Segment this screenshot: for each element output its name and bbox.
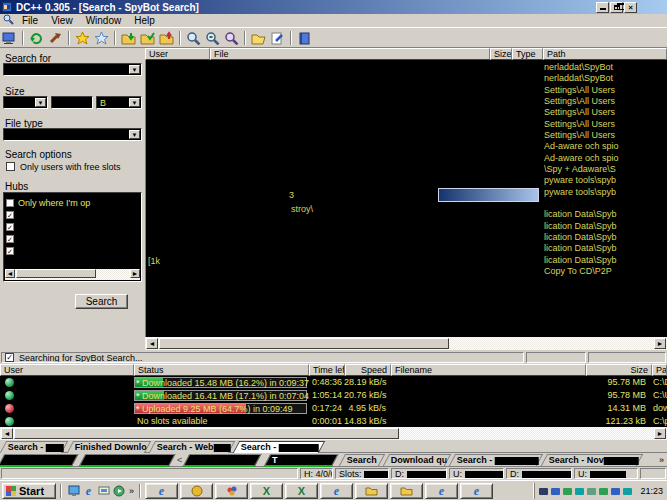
- tab-search-spybot-active[interactable]: Search -: [233, 441, 325, 453]
- results-col-user[interactable]: User: [145, 48, 210, 60]
- transfers-col-user[interactable]: User: [0, 364, 134, 376]
- scroll-left-icon[interactable]: ◄: [146, 338, 158, 349]
- tray-icon-2[interactable]: [551, 488, 560, 495]
- tab-search-nov-redacted[interactable]: Search - Nov: [541, 454, 643, 466]
- transfers-list[interactable]: * Downloaded 15.48 MB (16.2%) in 0:09:37…: [0, 376, 667, 427]
- menu-file[interactable]: File: [16, 14, 45, 27]
- notepad-icon[interactable]: [295, 29, 314, 47]
- tab-hub-redacted[interactable]: T: [264, 454, 339, 467]
- adl-search-icon[interactable]: [203, 29, 222, 47]
- taskbar-button-folder-1[interactable]: [355, 483, 388, 499]
- result-path[interactable]: Copy To CD\P2P: [544, 266, 667, 276]
- taskbar-button-ie-3[interactable]: e: [425, 483, 458, 499]
- result-path[interactable]: lication Data\Spyb: [544, 255, 667, 265]
- hubs-horizontal-scrollbar[interactable]: ◄ ►: [5, 269, 140, 280]
- selected-row-highlight[interactable]: [438, 188, 539, 202]
- scroll-right-icon[interactable]: ►: [654, 428, 666, 439]
- taskbar-button-ie-2[interactable]: e: [320, 483, 353, 499]
- taskbar-button-app-paint[interactable]: [215, 483, 248, 499]
- tray-icon-8[interactable]: [623, 488, 632, 495]
- quick-launch-media-player-icon[interactable]: [111, 484, 126, 498]
- tab-hub-redacted[interactable]: [183, 454, 262, 467]
- tab-overflow-glyph[interactable]: »: [659, 455, 664, 465]
- search-results-list[interactable]: nerladdat\SpyBot nerladdat\SpyBot Settin…: [145, 60, 667, 337]
- result-path[interactable]: Ad-aware och spio: [544, 141, 667, 151]
- quick-launch-desktop-icon[interactable]: [96, 484, 111, 498]
- transfers-col-status[interactable]: Status ▲: [134, 364, 309, 376]
- quick-launch-show-desktop-icon[interactable]: [66, 484, 81, 498]
- taskbar-button-folder-2[interactable]: [390, 483, 423, 499]
- hub-list-item[interactable]: ✓: [6, 233, 14, 244]
- tray-icon-7[interactable]: [611, 488, 620, 495]
- search-spy-icon[interactable]: [222, 29, 241, 47]
- settings-icon[interactable]: [268, 29, 287, 47]
- free-slots-checkbox[interactable]: [6, 162, 15, 171]
- transfers-col-speed[interactable]: Speed: [345, 364, 391, 376]
- close-button[interactable]: ×: [624, 2, 637, 13]
- result-path[interactable]: pyware tools\spyb: [544, 175, 667, 185]
- quick-launch-internet-explorer-icon[interactable]: e: [81, 484, 96, 498]
- result-path[interactable]: \Spy + Adaware\S: [544, 164, 667, 174]
- tab-search-web[interactable]: Search - Web: [149, 441, 235, 453]
- chevron-down-icon[interactable]: ▼: [129, 65, 140, 74]
- taskbar-button-ie-4[interactable]: e: [460, 483, 493, 499]
- taskbar-button-app-x1[interactable]: X: [250, 483, 283, 499]
- tray-icon-4[interactable]: [575, 488, 584, 495]
- open-file-list-icon[interactable]: [249, 29, 268, 47]
- result-path[interactable]: lication Data\Spyb: [544, 221, 667, 231]
- file-type-select[interactable]: ▼: [3, 128, 142, 141]
- results-col-path[interactable]: Path: [543, 48, 667, 60]
- scroll-right-icon[interactable]: ►: [130, 269, 140, 278]
- scrollbar-thumb[interactable]: [159, 338, 449, 349]
- hub-list-item[interactable]: ✓: [6, 245, 14, 256]
- transfer-row[interactable]: * Uploaded 9.25 MB (64.7%) in 0:09:49 0:…: [0, 402, 667, 415]
- taskbar-button-ie[interactable]: e: [145, 483, 178, 499]
- size-mode-select[interactable]: ▼: [3, 96, 48, 109]
- transfers-col-timeleft[interactable]: Time left: [309, 364, 345, 376]
- result-path[interactable]: Ad-aware och spio: [544, 153, 667, 163]
- hub-checkbox-checked[interactable]: ✓: [6, 223, 14, 231]
- scroll-right-icon[interactable]: ►: [654, 338, 666, 349]
- size-unit-select[interactable]: B▼: [96, 96, 142, 109]
- restore-button[interactable]: [610, 2, 623, 13]
- connect-icon[interactable]: [0, 29, 19, 47]
- scrollbar-thumb[interactable]: [14, 428, 399, 439]
- result-path[interactable]: nerladdat\SpyBot: [544, 62, 667, 72]
- mdi-child-search-icon[interactable]: [3, 14, 14, 27]
- result-path[interactable]: lication Data\Spyb: [544, 232, 667, 242]
- hub-list-item[interactable]: ✓: [6, 221, 14, 232]
- result-path[interactable]: Settings\All Users: [544, 107, 667, 117]
- reconnect-icon[interactable]: [27, 29, 46, 47]
- search-icon[interactable]: [184, 29, 203, 47]
- result-path[interactable]: nerladdat\SpyBot: [544, 73, 667, 83]
- hub-list-item[interactable]: Only where I'm op: [6, 197, 90, 208]
- search-status-checkbox[interactable]: ✓: [5, 353, 14, 362]
- chevron-down-icon[interactable]: ▼: [129, 130, 140, 139]
- taskbar-button-app-x2[interactable]: X: [285, 483, 318, 499]
- menu-view[interactable]: View: [45, 14, 80, 27]
- tab-search-redacted[interactable]: Search -: [449, 454, 543, 466]
- follow-redirect-icon[interactable]: [46, 29, 65, 47]
- tab-finished-downloads[interactable]: Finished Downloads: [67, 441, 151, 453]
- hub-list-item[interactable]: ✓: [6, 209, 70, 220]
- tab-download-queue[interactable]: Download queue: [383, 454, 451, 466]
- menu-help[interactable]: Help: [128, 14, 162, 27]
- transfer-row[interactable]: * Downloaded 15.48 MB (16.2%) in 0:09:37…: [0, 376, 667, 389]
- scroll-left-icon[interactable]: ◄: [1, 428, 13, 439]
- tab-hub-redacted[interactable]: [0, 454, 78, 467]
- minimize-button[interactable]: [596, 2, 609, 13]
- favorite-hubs-icon[interactable]: [73, 29, 92, 47]
- results-horizontal-scrollbar[interactable]: ◄ ►: [145, 337, 667, 350]
- size-value-input[interactable]: [51, 96, 93, 109]
- search-button[interactable]: Search: [75, 294, 128, 309]
- result-path[interactable]: lication Data\Spyb: [544, 243, 667, 253]
- hub-checkbox-checked[interactable]: ✓: [6, 247, 14, 255]
- result-path[interactable]: Settings\All Users: [544, 96, 667, 106]
- tab-search-1[interactable]: Search -: [0, 441, 68, 453]
- result-path[interactable]: lication Data\Spyb: [544, 209, 667, 219]
- result-path[interactable]: pyware tools\spyb: [544, 187, 667, 197]
- quick-launch-overflow-chevron[interactable]: »: [129, 486, 134, 496]
- search-for-input[interactable]: ▼: [3, 63, 142, 76]
- transfers-col-size[interactable]: Size: [586, 364, 652, 376]
- tray-icon-3[interactable]: [563, 488, 572, 495]
